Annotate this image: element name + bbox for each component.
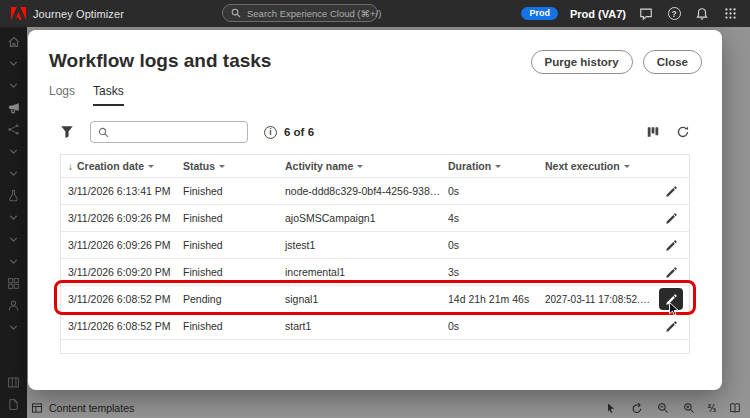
table-row: 3/11/2026 6:09:20 PM Finished incrementa… bbox=[61, 258, 689, 285]
col-activity-name[interactable]: Activity name bbox=[278, 160, 441, 172]
cell-activity-name: ajoSMSCampaign1 bbox=[278, 212, 441, 224]
cell-status: Finished bbox=[176, 212, 278, 224]
cell-duration: 0s bbox=[441, 185, 538, 197]
search-icon bbox=[231, 8, 241, 18]
global-search-placeholder: Search Experience Cloud (⌘+/) bbox=[247, 8, 381, 19]
cell-creation-date: 3/11/2026 6:09:26 PM bbox=[61, 239, 176, 251]
purge-history-button[interactable]: Purge history bbox=[531, 50, 633, 74]
table-toolbar: i 6 of 6 bbox=[60, 120, 690, 144]
cell-duration: 4s bbox=[441, 212, 538, 224]
app-title: Journey Optimizer bbox=[33, 8, 124, 20]
chevron-down-icon bbox=[624, 165, 630, 168]
column-settings-icon[interactable] bbox=[646, 125, 660, 139]
cell-activity-name: signal1 bbox=[278, 293, 441, 305]
info-icon[interactable]: i bbox=[264, 126, 277, 139]
close-button[interactable]: Close bbox=[643, 50, 702, 74]
col-status[interactable]: Status bbox=[176, 160, 278, 172]
cell-status: Finished bbox=[176, 266, 278, 278]
cell-status: Pending bbox=[176, 293, 278, 305]
search-icon bbox=[98, 127, 109, 138]
modal-tabs: Logs Tasks bbox=[49, 84, 124, 106]
result-count: 6 of 6 bbox=[284, 126, 314, 138]
env-badge: Prod bbox=[521, 7, 558, 21]
chevron-down-icon bbox=[148, 165, 154, 168]
notifications-bell-icon[interactable] bbox=[694, 6, 710, 22]
refresh-icon[interactable] bbox=[676, 125, 690, 139]
col-duration[interactable]: Duration bbox=[441, 160, 538, 172]
help-icon[interactable]: ? bbox=[666, 6, 682, 22]
tasks-table: ↓ Creation date Status Activity name Dur… bbox=[60, 154, 690, 354]
help-glyph: ? bbox=[668, 7, 681, 20]
chevron-down-icon bbox=[495, 165, 501, 168]
table-row: 3/11/2026 6:08:52 PM Finished start1 0s bbox=[61, 312, 689, 339]
cell-duration: 0s bbox=[441, 239, 538, 251]
chevron-down-icon bbox=[219, 165, 225, 168]
tab-logs[interactable]: Logs bbox=[49, 84, 75, 106]
table-header: ↓ Creation date Status Activity name Dur… bbox=[61, 155, 689, 177]
table-row-highlighted: 3/11/2026 6:08:52 PM Pending signal1 14d… bbox=[61, 285, 689, 312]
edit-task-button[interactable] bbox=[659, 316, 683, 337]
cell-activity-name: start1 bbox=[278, 320, 441, 332]
table-row: 3/11/2026 6:09:26 PM Finished jstest1 0s bbox=[61, 231, 689, 258]
cell-activity-name: node-ddd8c329-0bf4-4256-9384-01... bbox=[278, 185, 441, 197]
cell-duration: 0s bbox=[441, 320, 538, 332]
edit-task-button[interactable] bbox=[659, 208, 683, 229]
cell-next-execution: 2027-03-11 17:08:52.642Z bbox=[538, 294, 653, 305]
edit-task-button[interactable] bbox=[659, 181, 683, 202]
chevron-down-icon bbox=[357, 165, 363, 168]
modal-actions: Purge history Close bbox=[531, 50, 702, 74]
edit-task-button[interactable] bbox=[659, 262, 683, 283]
cell-status: Finished bbox=[176, 185, 278, 197]
global-search[interactable]: Search Experience Cloud (⌘+/) bbox=[222, 4, 378, 22]
org-switcher[interactable]: Prod (VA7) bbox=[570, 8, 626, 20]
col-label: Status bbox=[183, 160, 215, 172]
topbar: Journey Optimizer Search Experience Clou… bbox=[0, 0, 750, 27]
toolbar-right bbox=[646, 125, 690, 139]
app-switcher-grid-icon[interactable] bbox=[722, 6, 738, 22]
col-creation-date[interactable]: ↓ Creation date bbox=[61, 160, 176, 172]
cell-duration: 3s bbox=[441, 266, 538, 278]
feedback-icon[interactable] bbox=[638, 6, 654, 22]
col-label: Next execution bbox=[545, 160, 620, 172]
task-search-input[interactable] bbox=[115, 126, 240, 138]
cell-creation-date: 3/11/2026 6:13:41 PM bbox=[61, 185, 176, 197]
sort-desc-icon: ↓ bbox=[68, 161, 73, 172]
topbar-right: Prod Prod (VA7) ? bbox=[521, 6, 750, 22]
cell-status: Finished bbox=[176, 239, 278, 251]
table-row: 3/11/2026 6:09:26 PM Finished ajoSMSCamp… bbox=[61, 204, 689, 231]
col-next-execution[interactable]: Next execution bbox=[538, 160, 653, 172]
col-label: Duration bbox=[448, 160, 491, 172]
cell-activity-name: incremental1 bbox=[278, 266, 441, 278]
cell-creation-date: 3/11/2026 6:08:52 PM bbox=[61, 320, 176, 332]
table-footer-space bbox=[61, 339, 689, 353]
filter-icon[interactable] bbox=[60, 125, 74, 139]
cell-creation-date: 3/11/2026 6:09:26 PM bbox=[61, 212, 176, 224]
task-search-box[interactable] bbox=[90, 121, 248, 143]
cell-creation-date: 3/11/2026 6:09:20 PM bbox=[61, 266, 176, 278]
edit-task-button[interactable] bbox=[659, 235, 683, 256]
col-label: Creation date bbox=[77, 160, 144, 172]
adobe-logo-icon[interactable] bbox=[11, 7, 26, 20]
modal-title: Workflow logs and tasks bbox=[49, 50, 271, 72]
table-row: 3/11/2026 6:13:41 PM Finished node-ddd8c… bbox=[61, 177, 689, 204]
cell-creation-date: 3/11/2026 6:08:52 PM bbox=[61, 293, 176, 305]
tab-tasks[interactable]: Tasks bbox=[93, 84, 124, 106]
cell-duration: 14d 21h 21m 46s bbox=[441, 293, 538, 305]
edit-task-button[interactable] bbox=[659, 288, 683, 310]
cell-status: Finished bbox=[176, 320, 278, 332]
workflow-logs-modal: Workflow logs and tasks Purge history Cl… bbox=[28, 30, 722, 390]
brand: Journey Optimizer bbox=[0, 7, 124, 20]
col-label: Activity name bbox=[285, 160, 353, 172]
cell-activity-name: jstest1 bbox=[278, 239, 441, 251]
